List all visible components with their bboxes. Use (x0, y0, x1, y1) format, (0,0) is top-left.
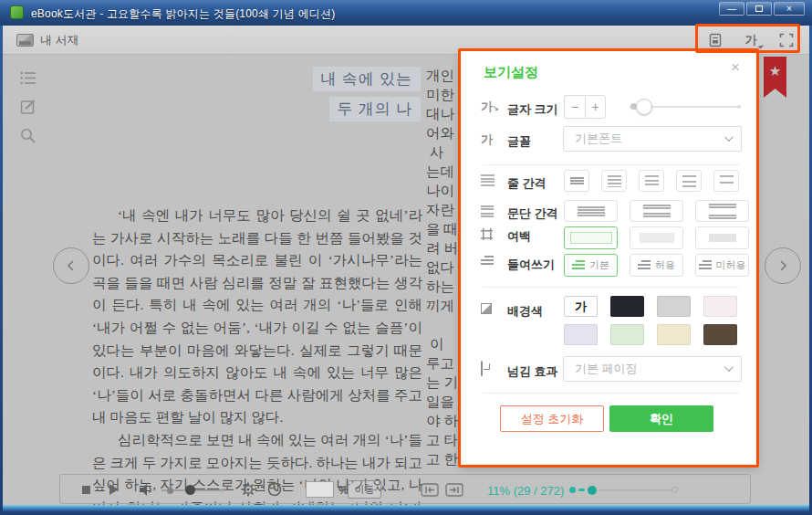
right-column-fragment: 일을 (426, 392, 463, 411)
right-column-fragment (426, 315, 463, 334)
jump-to-end-button[interactable] (445, 483, 463, 500)
margin-option-3[interactable] (695, 226, 749, 249)
right-column-fragment: 끼게 (426, 296, 463, 315)
page-flip-icon (481, 361, 483, 376)
body-paragraph: ‘내 속엔 내가 너무도 많아 당신의 쉴 곳 없네’라는 가사로 시작하는 노… (92, 205, 422, 429)
volume-icon[interactable] (139, 483, 154, 500)
font-face-icon: 가 (481, 131, 493, 148)
contents-button[interactable] (707, 32, 724, 48)
bottom-toolbar: % 이동 11% (29 / 272) (59, 474, 751, 504)
paragraph-spacing-option-2[interactable] (630, 200, 683, 222)
toc-list-icon (20, 71, 36, 85)
reset-settings-button[interactable]: 설정 초기화 (500, 405, 604, 432)
paragraph-spacing-label: 문단 간격 (507, 205, 558, 222)
font-size-slider-handle[interactable] (636, 99, 652, 115)
panel-divider (483, 393, 739, 394)
chapter-title-line-2: 두 개의 나 (329, 97, 422, 121)
indent-option-default-selected[interactable]: 기본 (564, 254, 618, 277)
paragraph-spacing-options (564, 200, 749, 222)
bg-swatch-pink[interactable] (703, 296, 737, 317)
confirm-button[interactable]: 확인 (609, 405, 713, 432)
bg-swatch-gray[interactable] (657, 296, 691, 317)
bg-swatch-green[interactable] (610, 324, 644, 345)
chevron-down-icon (724, 363, 734, 372)
tts-stop-button[interactable] (82, 486, 90, 494)
right-column-fragment: 고 타 (426, 430, 463, 449)
font-select[interactable]: 기본폰트 (563, 126, 742, 152)
indent-option-allow[interactable]: 허용 (630, 254, 683, 277)
bg-swatch-dark[interactable] (610, 296, 644, 317)
right-column-fragment: 야 하 (426, 411, 463, 430)
right-column-fragment: 자란 (426, 200, 463, 219)
bg-swatch-white[interactable]: 가 (564, 296, 598, 317)
line-spacing-option-3[interactable] (639, 170, 664, 192)
reading-time-button[interactable] (267, 482, 282, 500)
margin-option-2[interactable] (630, 226, 683, 249)
tts-play-button[interactable] (109, 484, 119, 495)
titlebar: eBook도서관 - 고요할수록 밝아지는 것들(100쇄 기념 에디션) — … (0, 0, 812, 26)
tts-settings-button[interactable] (241, 482, 255, 500)
paragraph-spacing-option-3[interactable] (695, 200, 749, 222)
sidebar-toc-button[interactable] (20, 71, 36, 88)
font-size-minus-button[interactable]: − (564, 95, 585, 119)
line-spacing-option-2[interactable] (601, 170, 627, 192)
bg-swatch-lavender[interactable] (564, 324, 598, 345)
chevron-left-icon (65, 259, 78, 272)
view-settings-button[interactable]: 가 (743, 32, 759, 48)
right-column-fragment: 하는 (426, 277, 463, 296)
indent-options: 기본 허용 미허용 (564, 254, 749, 277)
page-percent-input[interactable] (306, 481, 334, 498)
indent-option-disallow[interactable]: 미허용 (695, 254, 749, 277)
panel-close-button[interactable]: × (731, 58, 740, 77)
bookmark-ribbon[interactable]: ★ (764, 57, 786, 98)
flip-effect-select[interactable]: 기본 페이징 (563, 356, 742, 382)
right-column-fragment: 고 한 (426, 449, 463, 468)
margin-option-1-selected[interactable] (564, 226, 618, 249)
margin-options (564, 226, 749, 249)
jump-to-start-button[interactable] (421, 483, 439, 500)
bg-swatch-brown[interactable] (703, 324, 737, 345)
clock-icon (267, 482, 282, 497)
sidebar-search-button[interactable] (20, 128, 36, 144)
right-column-fragment: 개인 (426, 66, 463, 85)
jump-end-icon (445, 483, 463, 497)
font-size-stepper: − + (564, 95, 606, 119)
bg-swatch-cream[interactable] (657, 324, 691, 345)
right-column-fragment: 루고 (426, 353, 463, 373)
minimize-button[interactable]: — (719, 2, 744, 16)
next-page-button[interactable] (765, 247, 801, 284)
volume-slider-handle[interactable] (185, 485, 195, 495)
line-spacing-option-5[interactable] (713, 170, 739, 192)
my-library-button[interactable]: 내 서재 (16, 32, 79, 48)
fullscreen-icon (779, 33, 794, 47)
progress-slider-handle[interactable] (588, 486, 597, 495)
library-icon (16, 34, 34, 47)
line-spacing-option-4[interactable] (676, 170, 702, 192)
right-column-fragment: 어와 (426, 123, 463, 142)
window-title: eBook도서관 - 고요할수록 밝아지는 것들(100쇄 기념 에디션) (31, 6, 335, 22)
progress-fill (578, 489, 585, 491)
panel-divider (483, 164, 739, 165)
font-size-plus-button[interactable]: + (585, 95, 606, 119)
chevron-right-icon (776, 259, 789, 272)
font-size-label: 글자 크기 (507, 101, 558, 118)
paragraph-spacing-option-1[interactable] (564, 200, 618, 222)
progress-end-marker (671, 487, 678, 493)
bookmark-star-icon: ★ (769, 64, 781, 98)
close-button[interactable]: × (774, 2, 805, 16)
right-column-fragment: 는데 (426, 162, 463, 181)
app-logo-icon (10, 5, 24, 19)
panel-title: 보기설정 (484, 64, 538, 81)
line-spacing-option-1[interactable] (564, 170, 589, 192)
progress-slider-track[interactable] (599, 489, 671, 491)
line-spacing-label: 줄 간격 (507, 175, 547, 192)
progress-text: 11% (29 / 272) (487, 484, 564, 498)
font-size-slider-end (737, 105, 741, 109)
prev-page-button[interactable] (53, 247, 89, 284)
right-column-fragment: 미한 (426, 85, 463, 104)
maximize-button[interactable] (746, 2, 772, 16)
sidebar-note-button[interactable] (20, 99, 36, 115)
fullscreen-button[interactable] (778, 32, 795, 48)
panel-divider (483, 287, 739, 288)
goto-button[interactable]: 이동 (348, 480, 381, 499)
